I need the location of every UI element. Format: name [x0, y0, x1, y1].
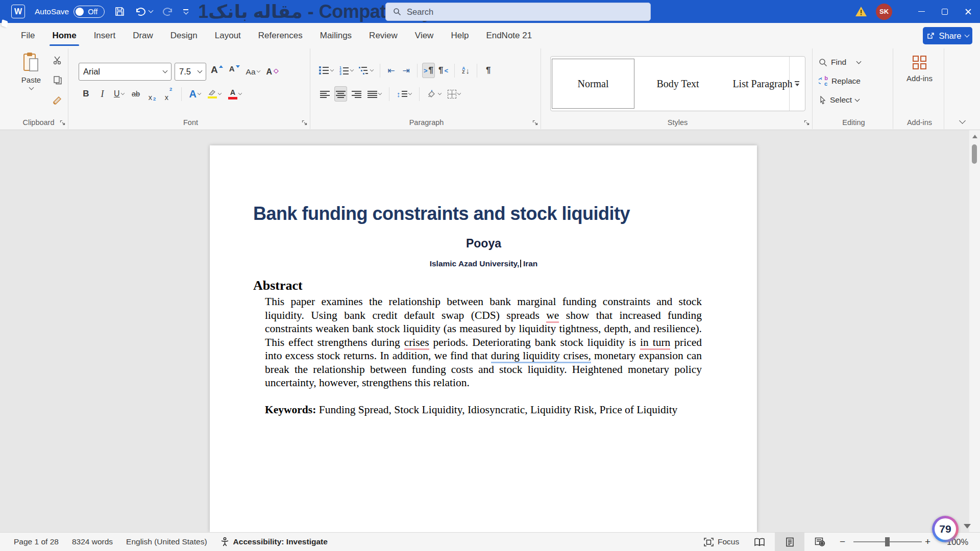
score-expand-icon[interactable]: [964, 524, 971, 529]
print-layout-button[interactable]: [775, 533, 804, 551]
tab-review[interactable]: Review: [360, 23, 406, 48]
collapse-ribbon-button[interactable]: [946, 120, 978, 123]
decrease-indent-button[interactable]: ⇤: [385, 63, 398, 78]
styles-group: NormalBody TextList Paragraph Styles: [543, 48, 813, 129]
styles-more-button[interactable]: [789, 57, 804, 111]
accessibility-status[interactable]: Accessibility: Investigate: [220, 537, 328, 546]
font-size-combo[interactable]: 7.5: [175, 63, 206, 81]
copy-button[interactable]: [51, 72, 64, 88]
align-left-button[interactable]: [318, 86, 331, 102]
search-input[interactable]: [407, 7, 621, 17]
document-page[interactable]: Bank funding constraints and stock liqui…: [210, 145, 757, 532]
find-button[interactable]: Find: [819, 56, 861, 69]
subscript-button[interactable]: x2: [146, 86, 159, 102]
grow-font-button[interactable]: A: [209, 64, 225, 80]
minimize-button[interactable]: [910, 0, 933, 23]
tab-insert[interactable]: Insert: [85, 23, 125, 48]
web-layout-button[interactable]: [808, 533, 831, 551]
keywords-text: Funding Spread, Stock Liquidity, Idiosyn…: [316, 404, 677, 416]
tab-home[interactable]: Home: [43, 23, 85, 48]
strikethrough-button[interactable]: ab: [130, 86, 142, 102]
shrink-font-button[interactable]: A: [228, 64, 241, 80]
tab-help[interactable]: Help: [442, 23, 477, 48]
select-button[interactable]: Select: [819, 93, 859, 107]
increase-indent-button[interactable]: ⇥: [400, 63, 412, 78]
shading-button[interactable]: [425, 86, 443, 102]
style-card-body-text[interactable]: Body Text: [636, 59, 719, 109]
replace-button[interactable]: bc Replace: [819, 74, 861, 88]
line-spacing-button[interactable]: ↕: [395, 86, 413, 102]
language-indicator[interactable]: English (United States): [126, 537, 207, 546]
bullets-button[interactable]: [317, 63, 335, 78]
underline-button[interactable]: U: [112, 86, 126, 102]
avatar[interactable]: SK: [876, 4, 892, 20]
autosave-toggle[interactable]: AutoSave Off: [35, 6, 105, 18]
print-layout-icon: [786, 537, 794, 547]
align-right-button[interactable]: [350, 86, 363, 102]
rtl-text-direction-button[interactable]: ¶ <: [437, 63, 450, 78]
score-badge[interactable]: 79: [932, 516, 959, 542]
cut-button[interactable]: [51, 53, 64, 68]
accessibility-label: Accessibility: Investigate: [233, 537, 328, 546]
undo-dropdown-icon[interactable]: [149, 8, 154, 13]
clipboard-dialog-launcher[interactable]: [60, 120, 65, 126]
superscript-button[interactable]: x2: [162, 86, 175, 102]
addins-button[interactable]: Add-ins: [895, 56, 944, 83]
share-button[interactable]: Share: [923, 27, 972, 44]
change-case-button[interactable]: Aa: [244, 64, 262, 80]
sort-button[interactable]: AZ ↓: [459, 63, 472, 78]
search-bar[interactable]: [385, 3, 651, 21]
page-indicator[interactable]: Page 1 of 28: [14, 537, 59, 546]
highlight-button[interactable]: [206, 86, 223, 102]
undo-button[interactable]: [135, 7, 153, 17]
style-card-normal[interactable]: Normal: [552, 59, 634, 109]
word-count[interactable]: 8324 words: [72, 537, 113, 546]
italic-button[interactable]: I: [96, 86, 109, 102]
addins-group-label: Add-ins: [895, 118, 944, 127]
customize-toolbar-button[interactable]: [183, 9, 188, 14]
numbering-button[interactable]: [337, 63, 355, 78]
styles-dialog-launcher[interactable]: [804, 120, 810, 126]
ltr-text-direction-button[interactable]: > ¶: [422, 63, 435, 78]
tab-endnote-21[interactable]: EndNote 21: [477, 23, 541, 48]
focus-button[interactable]: Focus: [704, 533, 739, 551]
minimize-icon: [918, 11, 925, 12]
tab-draw[interactable]: Draw: [124, 23, 162, 48]
vertical-scrollbar[interactable]: [969, 130, 980, 532]
justify-button[interactable]: [366, 86, 383, 102]
paper-affiliation: Islamic Azad University,Iran: [253, 259, 714, 268]
caret-down-icon: [236, 65, 240, 68]
font-name-combo[interactable]: Arial: [79, 63, 172, 81]
font-color-button[interactable]: A: [227, 86, 243, 102]
borders-button[interactable]: [446, 86, 462, 102]
keywords-paragraph: Keywords: Funding Spread, Stock Liquidit…: [253, 403, 714, 417]
maximize-button[interactable]: [933, 0, 957, 23]
tab-references[interactable]: References: [250, 23, 311, 48]
tab-layout[interactable]: Layout: [206, 23, 250, 48]
read-mode-button[interactable]: [748, 533, 771, 551]
zoom-out-button[interactable]: −: [840, 533, 845, 551]
zoom-in-button[interactable]: +: [925, 533, 930, 551]
save-button[interactable]: [114, 6, 125, 17]
text-effects-button[interactable]: A: [188, 86, 203, 102]
tab-view[interactable]: View: [406, 23, 443, 48]
scrollbar-thumb[interactable]: [972, 144, 977, 164]
tab-design[interactable]: Design: [162, 23, 206, 48]
align-center-button[interactable]: [334, 86, 347, 102]
warning-icon[interactable]: [855, 6, 867, 17]
tab-file[interactable]: File: [12, 23, 43, 48]
close-button[interactable]: [957, 0, 980, 23]
multilevel-list-button[interactable]: [357, 63, 375, 78]
tab-mailings[interactable]: Mailings: [311, 23, 360, 48]
zoom-slider-thumb[interactable]: [885, 537, 890, 546]
font-dialog-launcher[interactable]: [302, 120, 307, 126]
autosave-switch[interactable]: Off: [74, 6, 105, 18]
paper-title: Bank funding constraints and stock liqui…: [253, 203, 714, 224]
clear-formatting-button[interactable]: A: [265, 64, 281, 80]
paste-button[interactable]: Paste: [16, 52, 46, 112]
show-hide-marks-button[interactable]: ¶: [482, 63, 495, 78]
paragraph-dialog-launcher[interactable]: [532, 120, 538, 126]
bold-button[interactable]: B: [80, 86, 92, 102]
format-painter-button[interactable]: [51, 92, 64, 108]
scroll-up-button[interactable]: [969, 135, 980, 138]
